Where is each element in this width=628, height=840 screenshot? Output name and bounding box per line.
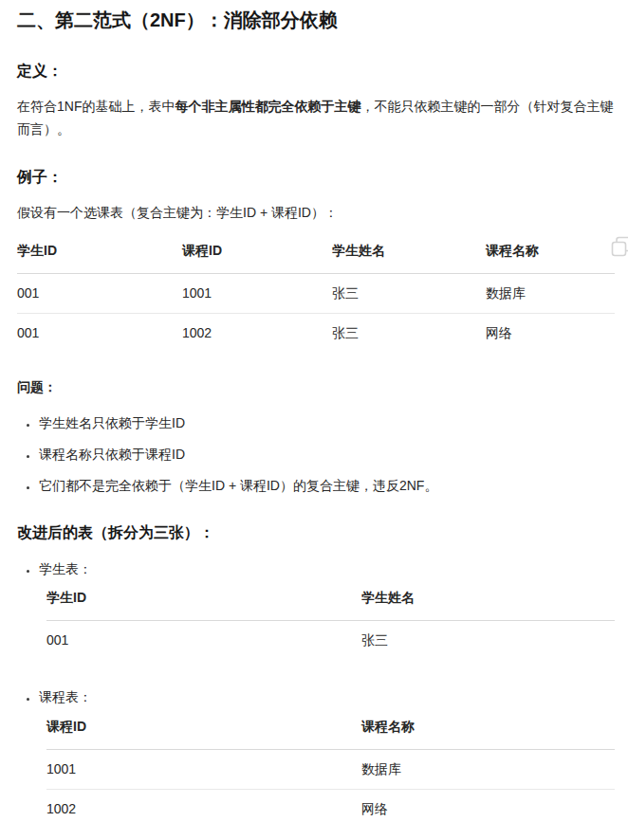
table-cell: 张三 <box>332 314 486 354</box>
table-header-row: 学生ID 课程ID 学生姓名 课程名称 <box>17 238 615 273</box>
column-header: 学生ID <box>46 585 361 620</box>
document: 二、第二范式（2NF）：消除部分依赖 定义： 在符合1NF的基础上，表中每个非主… <box>0 0 628 840</box>
table-row: 1001 数据库 <box>46 749 615 790</box>
column-header: 课程名称 <box>486 238 615 273</box>
table-cell: 001 <box>17 314 182 354</box>
table-cell: 数据库 <box>361 749 615 790</box>
table-cell: 001 <box>17 273 182 314</box>
table-label: 课程表： <box>39 689 92 704</box>
column-header: 学生姓名 <box>361 585 615 620</box>
table-cell: 1001 <box>46 749 361 790</box>
column-header: 课程ID <box>182 238 332 273</box>
column-header: 课程名称 <box>361 714 615 749</box>
table-row: 001 1002 张三 网络 <box>17 314 615 354</box>
list-item: 学生姓名只依赖于学生ID <box>39 412 615 435</box>
table-header-row: 课程ID 课程名称 <box>46 714 615 749</box>
table-cell: 001 <box>46 621 361 661</box>
table-row: 001 1001 张三 数据库 <box>17 273 615 314</box>
list-item: 它们都不是完全依赖于（学生ID + 课程ID）的复合主键，违反2NF。 <box>39 475 615 498</box>
copy-icon <box>610 235 628 258</box>
table-cell: 1001 <box>182 273 332 314</box>
table-cell: 1002 <box>182 314 332 354</box>
table-cell: 数据库 <box>486 273 615 314</box>
column-header: 学生姓名 <box>332 238 486 273</box>
page-title: 二、第二范式（2NF）：消除部分依赖 <box>17 8 615 32</box>
list-item: 课程名称只依赖于课程ID <box>39 444 615 466</box>
definition-heading: 定义： <box>17 58 615 83</box>
definition-text-before: 在符合1NF的基础上，表中 <box>17 99 175 114</box>
student-table: 学生ID 学生姓名 001 张三 <box>46 585 615 661</box>
definition-text: 在符合1NF的基础上，表中每个非主属性都完全依赖于主键，不能只依赖主键的一部分（… <box>17 96 615 141</box>
table-row: 1002 网络 <box>46 790 615 830</box>
improved-tables-list: 学生表： 学生ID 学生姓名 001 张三 课程表： <box>17 558 615 840</box>
table-header-row: 学生ID 学生姓名 <box>46 585 615 620</box>
course-table: 课程ID 课程名称 1001 数据库 1002 网络 <box>46 714 615 830</box>
example-table: 学生ID 课程ID 学生姓名 课程名称 001 1001 张三 数据库 001 … <box>17 238 615 354</box>
column-header: 课程ID <box>46 714 361 749</box>
table-cell: 张三 <box>361 621 615 661</box>
definition-text-bold: 每个非主属性都完全依赖于主键 <box>175 99 360 114</box>
table-row: 001 张三 <box>46 621 615 661</box>
example-table-container: 学生ID 课程ID 学生姓名 课程名称 001 1001 张三 数据库 001 … <box>17 238 615 354</box>
table-cell: 网络 <box>361 790 615 830</box>
column-header: 学生ID <box>17 238 182 273</box>
copy-table-button[interactable] <box>609 235 628 260</box>
problems-heading: 问题： <box>17 376 615 399</box>
table-cell: 1002 <box>46 790 361 830</box>
table-label: 学生表： <box>39 561 92 576</box>
example-intro: 假设有一个选课表（复合主键为：学生ID + 课程ID）： <box>17 202 615 225</box>
improved-heading: 改进后的表（拆分为三张）： <box>17 520 615 545</box>
list-item-student-table: 学生表： 学生ID 学生姓名 001 张三 <box>39 558 615 661</box>
table-cell: 网络 <box>486 314 615 354</box>
example-heading: 例子： <box>17 164 615 190</box>
list-item-course-table: 课程表： 课程ID 课程名称 1001 数据库 1002 网 <box>39 686 615 830</box>
problems-list: 学生姓名只依赖于学生ID 课程名称只依赖于课程ID 它们都不是完全依赖于（学生I… <box>17 412 615 497</box>
table-cell: 张三 <box>332 273 486 314</box>
